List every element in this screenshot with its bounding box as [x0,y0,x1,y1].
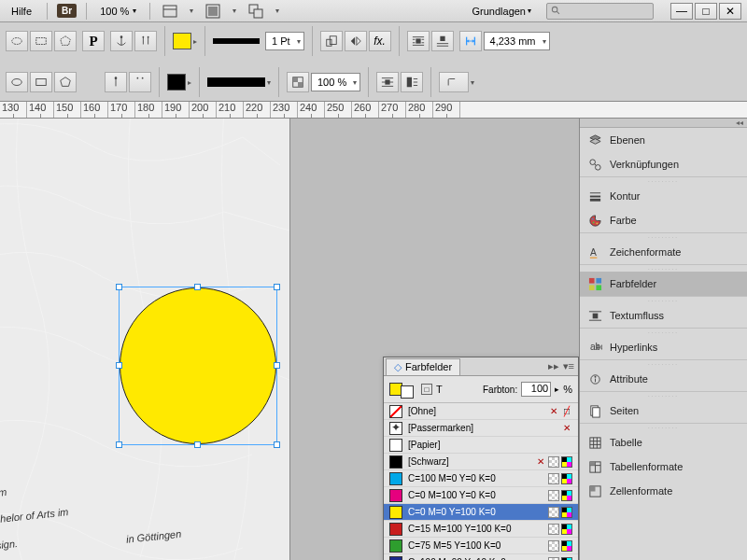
resize-handle-icon[interactable] [116,441,122,448]
wrap-jump-icon[interactable] [431,31,454,51]
global-swatch-icon [548,473,559,484]
svg-point-8 [12,38,22,45]
rect-fill-tool-icon[interactable] [30,72,52,92]
dock-panel-attr[interactable]: Attribute [580,367,747,391]
tint-input[interactable]: 100 [521,382,551,397]
screen-mode-icon[interactable] [203,2,223,21]
close-button[interactable]: ✕ [719,3,741,20]
svg-rect-28 [440,36,444,41]
fill-color-swatch[interactable] [173,33,191,49]
measure-icon[interactable] [459,31,482,51]
dock-panel-color[interactable]: Farbe [580,208,747,232]
dock-panel-links[interactable]: Verknüpfungen [580,152,747,176]
anchor-pair-icon[interactable] [129,72,151,92]
dock-panel-swatches[interactable]: Farbfelder [580,272,747,296]
search-field[interactable] [546,3,654,20]
dock-panel-cellfmt[interactable]: Zellenformate [580,479,747,503]
swatch-row[interactable]: [Ohne]✕□╱ [384,403,578,420]
container-proxy-icon[interactable] [401,385,414,399]
swatch-row[interactable]: C=0 M=100 Y=0 K=0 [384,487,578,504]
swatch-list[interactable]: [Ohne]✕□╱[Passermarken]✕[Papier][Schwarz… [384,403,578,560]
resize-handle-icon[interactable] [274,441,280,448]
swatches-panel[interactable]: ◇ Farbfelder ▸▸ ▾≡ □ T Farbton: 100 ▸ % … [383,357,579,560]
resize-handle-icon[interactable] [116,284,122,290]
swatch-row[interactable]: C=15 M=100 Y=100 K=0 [384,521,578,538]
opacity-icon[interactable] [287,72,309,92]
wrap-around-icon[interactable] [407,31,430,51]
maximize-button[interactable]: □ [695,3,717,20]
selection-marquee[interactable] [119,287,277,445]
rect-tool-icon[interactable] [30,31,52,51]
resize-handle-icon[interactable] [274,284,280,290]
type-tool-icon[interactable]: P [82,31,105,51]
cmyk-icon [561,557,572,561]
anchor-tool2-icon[interactable] [105,72,127,92]
dock-panel-table[interactable]: Tabelle [580,430,747,455]
help-menu[interactable]: Hilfe [6,4,37,19]
dock-label: Farbe [610,215,637,226]
swatch-chip-icon [389,439,402,452]
wrap-side-icon[interactable] [401,72,423,92]
dock-label: Ebenen [610,134,645,146]
object-format-icon[interactable]: □ [421,384,432,395]
stroke-style-preview[interactable] [207,77,265,87]
tablefmt-icon [587,459,602,474]
scale-icon[interactable] [320,31,343,51]
ellipse-fill-tool-icon[interactable] [6,72,28,92]
wrap-none-icon[interactable] [376,72,399,92]
svg-rect-88 [589,461,595,465]
arrange-icon[interactable] [246,2,266,21]
minimize-button[interactable]: — [670,3,693,20]
dock-panel-wrap[interactable]: Textumfluss [580,303,747,328]
anchor-group-icon[interactable] [134,31,157,51]
swatch-row[interactable]: [Schwarz]✕ [384,454,578,470]
workspace-selector[interactable]: Grundlagen▾ [467,6,538,17]
effects-icon[interactable]: fx. [369,31,391,51]
stroke-preview [213,38,260,44]
stroke-weight-field[interactable]: 1 Pt [265,32,304,50]
cmyk-icon [561,456,572,468]
swatches-tab[interactable]: ◇ Farbfelder [386,358,460,375]
dock-panel-stroke[interactable]: Kontur [580,184,747,208]
resize-handle-icon[interactable] [116,362,122,369]
swatch-row[interactable]: C=100 M=0 Y=0 K=0 [384,470,578,487]
swatch-row[interactable]: [Passermarken]✕ [384,420,578,437]
control-panel: P ▸ 1 Pt fx. 4,233 mm ▸ [0,22,747,102]
polygon-tool-icon[interactable] [54,31,77,51]
swatch-row[interactable]: C=0 M=0 Y=100 K=0 [384,504,578,521]
svg-text:A: A [589,247,596,258]
dock-panel-charstyle[interactable]: AZeichenformate [580,240,747,264]
bridge-badge[interactable]: Br [57,4,77,18]
stroke-color-swatch[interactable] [167,74,186,91]
dock-label: Farbfelder [610,278,656,289]
resize-handle-icon[interactable] [194,284,201,290]
anchor-tool-icon[interactable] [110,31,133,51]
svg-point-63 [592,221,594,223]
dock-panel-hyperlinks[interactable]: abcHyperlinks [580,335,747,359]
flip-h-icon[interactable] [345,31,367,51]
resize-handle-icon[interactable] [194,441,201,448]
text-format-icon[interactable]: T [436,384,443,395]
canvas-area[interactable]: eig A-Plus am Grades Bachelor of Arts im… [0,119,579,560]
resize-handle-icon[interactable] [274,362,280,369]
panel-collapse-icon[interactable]: ▸▸ [548,360,559,372]
opacity-field[interactable]: 100 % [311,73,360,91]
dock-panel-layers[interactable]: Ebenen [580,128,747,152]
ellipse-tool-icon[interactable] [6,31,28,51]
horizontal-ruler[interactable]: 1301401501601701801902002102202302402502… [0,102,747,119]
dock-label: Hyperlinks [610,342,657,353]
dock-panel-tablefmt[interactable]: Tabellenformate [580,455,747,479]
dock-panel-pages[interactable]: Seiten [580,399,747,423]
polygon-fill-tool-icon[interactable] [54,72,77,92]
corner-icon[interactable] [439,72,469,92]
swatch-row[interactable]: C=100 M=90 Y=10 K=0 [384,554,578,560]
view-options-icon[interactable] [160,2,180,21]
swatch-chip-icon [389,556,402,561]
table-icon [587,435,602,450]
distance-field[interactable]: 4,233 mm [484,32,550,50]
swatch-row[interactable]: C=75 M=5 Y=100 K=0 [384,538,578,554]
panel-menu-icon[interactable]: ▾≡ [563,360,574,372]
zoom-level[interactable]: 100 %▾ [96,6,140,17]
swatch-row[interactable]: [Papier] [384,437,578,454]
dock-collapse-button[interactable] [580,119,747,128]
